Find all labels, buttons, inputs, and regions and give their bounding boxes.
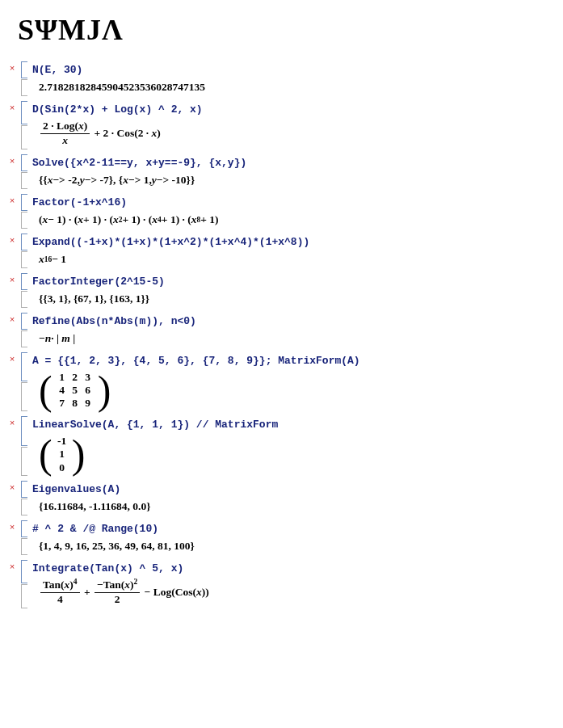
- output-line: {16.11684, -1.11684, 0.0}: [39, 499, 557, 514]
- cell-row: ×Integrate(Tan(x) ^ 5, x)Tan(x)44 + −Tan…: [6, 560, 557, 608]
- output-line: 2 · Log(x)x + 2 · Cos(2 · x): [39, 120, 557, 148]
- output-line: 2.71828182845904523536028747135: [39, 80, 557, 95]
- cell-content: Eigenvalues(A){16.11684, -1.11684, 0.0}: [29, 481, 557, 515]
- cell-row: ×A = {{1, 2, 3}, {4, 5, 6}, {7, 8, 9}}; …: [6, 352, 557, 411]
- close-icon[interactable]: ×: [6, 352, 18, 364]
- cell-content: Refine(Abs(n*Abs(m)), n<0)−n· | m |: [29, 313, 557, 347]
- output-line: Tan(x)44 + −Tan(x)22 − Log(Cos(x)): [39, 579, 557, 607]
- cell-content: Expand((-1+x)*(1+x)*(1+x^2)*(1+x^4)*(1+x…: [29, 234, 557, 268]
- cell-bracket[interactable]: [21, 61, 27, 96]
- cell-bracket[interactable]: [21, 101, 27, 149]
- cell-bracket[interactable]: [21, 352, 27, 411]
- close-icon[interactable]: ×: [6, 560, 18, 572]
- cell-content: A = {{1, 2, 3}, {4, 5, 6}, {7, 8, 9}}; M…: [29, 352, 557, 411]
- cell-row: ×Expand((-1+x)*(1+x)*(1+x^2)*(1+x^4)*(1+…: [6, 234, 557, 268]
- cell-content: Integrate(Tan(x) ^ 5, x)Tan(x)44 + −Tan(…: [29, 560, 557, 608]
- cell-row: ×N(E, 30)2.71828182845904523536028747135: [6, 61, 557, 96]
- cell-row: ×LinearSolve(A, {1, 1, 1}) // MatrixForm…: [6, 416, 557, 475]
- output-line: (x − 1) · (x + 1) · (x2 + 1) · (x4 + 1) …: [39, 213, 557, 227]
- cell-bracket[interactable]: [21, 560, 27, 608]
- cell-row: ×Eigenvalues(A){16.11684, -1.11684, 0.0}: [6, 481, 557, 515]
- close-icon[interactable]: ×: [6, 416, 18, 428]
- cell-content: Solve({x^2-11==y, x+y==-9}, {x,y}){{x −>…: [29, 154, 557, 189]
- brand-logo: SΨMJΛ: [18, 13, 557, 47]
- cell-row: ×# ^ 2 & /@ Range(10){1, 4, 9, 16, 25, 3…: [6, 520, 557, 555]
- close-icon[interactable]: ×: [6, 520, 18, 532]
- output-line: (123456789): [39, 371, 557, 410]
- cell-content: # ^ 2 & /@ Range(10){1, 4, 9, 16, 25, 36…: [29, 520, 557, 555]
- cell-content: FactorInteger(2^15-5){{3, 1}, {67, 1}, {…: [29, 273, 557, 308]
- input-line[interactable]: N(E, 30): [32, 63, 557, 78]
- cell-bracket[interactable]: [21, 154, 27, 189]
- input-line[interactable]: Refine(Abs(n*Abs(m)), n<0): [32, 314, 557, 330]
- cell-row: ×Refine(Abs(n*Abs(m)), n<0)−n· | m |: [6, 313, 557, 347]
- input-line[interactable]: Expand((-1+x)*(1+x)*(1+x^2)*(1+x^4)*(1+x…: [32, 235, 557, 250]
- input-line[interactable]: Factor(-1+x^16): [32, 196, 557, 211]
- cell-row: ×D(Sin(2*x) + Log(x) ^ 2, x)2 · Log(x)x …: [6, 101, 557, 149]
- close-icon[interactable]: ×: [6, 154, 18, 166]
- output-line: {1, 4, 9, 16, 25, 36, 49, 64, 81, 100}: [39, 539, 557, 553]
- input-line[interactable]: Eigenvalues(A): [32, 482, 557, 498]
- output-line: x16 − 1: [39, 252, 557, 267]
- input-line[interactable]: A = {{1, 2, 3}, {4, 5, 6}, {7, 8, 9}}; M…: [32, 354, 557, 369]
- input-line[interactable]: FactorInteger(2^15-5): [32, 275, 557, 290]
- output-line: −n· | m |: [39, 331, 557, 346]
- cell-content: LinearSolve(A, {1, 1, 1}) // MatrixForm(…: [29, 416, 557, 475]
- cell-bracket[interactable]: [21, 273, 27, 308]
- cell-row: ×FactorInteger(2^15-5){{3, 1}, {67, 1}, …: [6, 273, 557, 308]
- input-line[interactable]: LinearSolve(A, {1, 1, 1}) // MatrixForm: [32, 418, 557, 433]
- cell-bracket[interactable]: [21, 416, 27, 475]
- output-line: {{3, 1}, {67, 1}, {163, 1}}: [39, 292, 557, 306]
- input-line[interactable]: D(Sin(2*x) + Log(x) ^ 2, x): [32, 103, 557, 118]
- input-line[interactable]: # ^ 2 & /@ Range(10): [32, 522, 557, 537]
- close-icon[interactable]: ×: [6, 194, 18, 206]
- cell-bracket[interactable]: [21, 194, 27, 229]
- input-line[interactable]: Integrate(Tan(x) ^ 5, x): [32, 562, 557, 577]
- cell-bracket[interactable]: [21, 313, 27, 347]
- cell-content: D(Sin(2*x) + Log(x) ^ 2, x)2 · Log(x)x +…: [29, 101, 557, 149]
- input-line[interactable]: Solve({x^2-11==y, x+y==-9}, {x,y}): [32, 156, 557, 171]
- cell-bracket[interactable]: [21, 481, 27, 515]
- close-icon[interactable]: ×: [6, 61, 18, 74]
- cell-content: N(E, 30)2.71828182845904523536028747135: [29, 61, 557, 96]
- close-icon[interactable]: ×: [6, 313, 18, 325]
- cell-row: ×Factor(-1+x^16)(x − 1) · (x + 1) · (x2 …: [6, 194, 557, 229]
- cell-bracket[interactable]: [21, 234, 27, 268]
- cell-content: Factor(-1+x^16)(x − 1) · (x + 1) · (x2 +…: [29, 194, 557, 229]
- output-line: (-110): [39, 435, 557, 474]
- close-icon[interactable]: ×: [6, 481, 18, 493]
- close-icon[interactable]: ×: [6, 273, 18, 285]
- cell-bracket[interactable]: [21, 520, 27, 555]
- cell-row: ×Solve({x^2-11==y, x+y==-9}, {x,y}){{x −…: [6, 154, 557, 189]
- close-icon[interactable]: ×: [6, 234, 18, 246]
- output-line: {{x −> -2, y −> -7}, {x −> 1, y −> -10}}: [39, 173, 557, 187]
- close-icon[interactable]: ×: [6, 101, 18, 113]
